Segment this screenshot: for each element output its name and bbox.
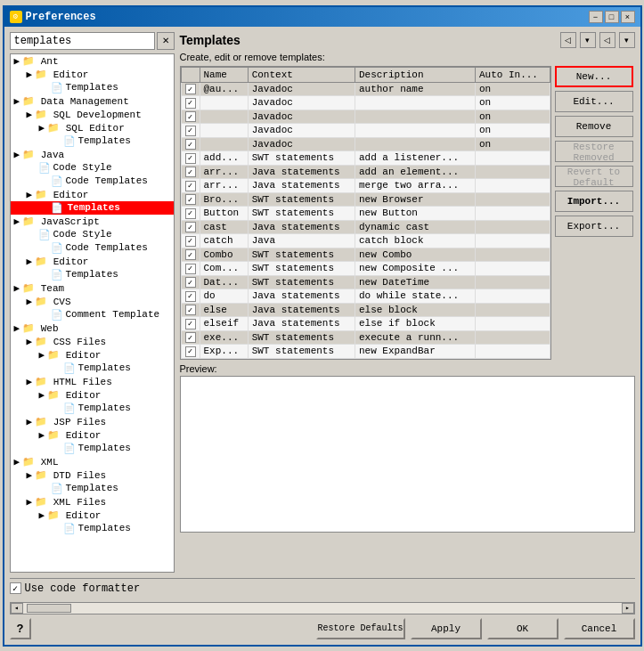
scrollbar-thumb[interactable] — [27, 604, 71, 613]
maximize-button[interactable]: □ — [605, 11, 619, 23]
tree-item-ant-editor-templates[interactable]: 📄Templates — [11, 81, 174, 94]
table-row[interactable]: ✓ add... SWT statements add a listener..… — [181, 151, 550, 166]
tree-item-javascript[interactable]: ▶📁 JavaScript — [11, 215, 174, 228]
row-checkbox[interactable]: ✓ — [181, 207, 200, 221]
row-checkbox[interactable]: ✓ — [181, 110, 200, 124]
tree-item-team[interactable]: ▶📁 Team — [11, 281, 174, 295]
row-checkbox[interactable]: ✓ — [181, 234, 200, 248]
tree-item-html-editor[interactable]: ▶📁 Editor — [11, 388, 174, 402]
scrollbar-track[interactable] — [23, 603, 622, 614]
cancel-button[interactable]: Cancel — [564, 618, 635, 639]
tree-item-css-editor-templates[interactable]: 📄Templates — [11, 362, 174, 375]
forward-button[interactable]: ◁ — [599, 32, 615, 48]
tree-item-js-editor-templates[interactable]: 📄Templates — [11, 268, 174, 281]
table-scroll[interactable]: Name Context Description Auto In... ✓ @a… — [181, 67, 550, 359]
minimize-button[interactable]: − — [589, 11, 603, 23]
table-row[interactable]: ✓ Javadoc on — [181, 96, 550, 110]
tree-item-dtd-editor-templates[interactable]: 📄Templates — [11, 482, 174, 495]
table-row[interactable]: ✓ Bro... SWT statements new Browser — [181, 192, 550, 207]
row-checkbox[interactable]: ✓ — [181, 220, 200, 234]
row-checkbox[interactable]: ✓ — [181, 137, 200, 151]
tree-item-code-templates[interactable]: 📄Code Templates — [11, 175, 174, 188]
restore-defaults-button[interactable]: Restore Defaults — [316, 618, 405, 639]
table-row[interactable]: ✓ @au... Javadoc author name on — [181, 82, 550, 96]
table-row[interactable]: ✓ Dat... SWT statements new DateTime — [181, 275, 550, 289]
table-row[interactable]: ✓ do Java statements do while state... — [181, 289, 550, 304]
horizontal-scrollbar[interactable]: ◂ ▸ — [10, 602, 635, 614]
row-checkbox[interactable]: ✓ — [181, 124, 200, 138]
table-row[interactable]: ✓ exe... SWT statements execute a runn..… — [181, 330, 550, 345]
col-autoinsert[interactable]: Auto In... — [475, 67, 550, 82]
scroll-right-button[interactable]: ▸ — [622, 603, 634, 614]
row-checkbox[interactable]: ✓ — [181, 317, 200, 331]
table-row[interactable]: ✓ cast Java statements dynamic cast — [181, 220, 550, 234]
tree-item-code-style[interactable]: 📄Code Style — [11, 161, 174, 175]
table-row[interactable]: ✓ Combo SWT statements new Combo — [181, 248, 550, 262]
row-checkbox[interactable]: ✓ — [181, 165, 200, 179]
table-row[interactable]: ✓ Javadoc on — [181, 124, 550, 138]
table-row[interactable]: ✓ arr... Java statements merge two arra.… — [181, 179, 550, 193]
table-row[interactable]: ✓ Exp... SWT statements new ExpandItem..… — [181, 358, 550, 359]
tree-item-java-editor-templates[interactable]: 📄Templates — [11, 201, 174, 215]
col-description[interactable]: Description — [355, 67, 475, 82]
tree-item-jsp-editor[interactable]: ▶📁 Editor — [11, 428, 174, 442]
search-clear-button[interactable]: ✕ — [157, 32, 175, 50]
remove-button[interactable]: Remove — [555, 116, 633, 137]
row-checkbox[interactable]: ✓ — [181, 275, 200, 289]
tree-item-dtd-files[interactable]: ▶📁 DTD Files — [11, 468, 174, 482]
row-checkbox[interactable]: ✓ — [181, 330, 200, 345]
table-row[interactable]: ✓ Javadoc on — [181, 110, 550, 124]
table-row[interactable]: ✓ elseif Java statements else if block — [181, 317, 550, 331]
export-button[interactable]: Export... — [555, 216, 633, 237]
table-row[interactable]: ✓ else Java statements else block — [181, 303, 550, 317]
row-checkbox[interactable]: ✓ — [181, 192, 200, 207]
tree-item-js-code-templates[interactable]: 📄Code Templates — [11, 241, 174, 255]
tree-item-web[interactable]: ▶📁 Web — [11, 321, 174, 335]
col-name[interactable]: Name — [200, 67, 248, 82]
scroll-left-button[interactable]: ◂ — [11, 603, 23, 614]
new-button[interactable]: New... — [555, 66, 633, 87]
tree-item-ant[interactable]: ▶📁 Ant — [11, 54, 174, 68]
table-row[interactable]: ✓ Exp... SWT statements new ExpandBar — [181, 345, 550, 359]
table-row[interactable]: ✓ arr... Java statements add an element.… — [181, 165, 550, 179]
tree-item-editor[interactable]: ▶📁 Editor — [11, 188, 174, 201]
revert-to-default-button[interactable]: Revert to Default — [555, 166, 633, 187]
row-checkbox[interactable]: ✓ — [181, 262, 200, 276]
tree-item-css-editor[interactable]: ▶📁 Editor — [11, 348, 174, 362]
preview-area[interactable] — [180, 376, 635, 533]
row-checkbox[interactable]: ✓ — [181, 96, 200, 110]
row-checkbox[interactable]: ✓ — [181, 289, 200, 304]
help-button[interactable]: ? — [10, 618, 31, 639]
tree-item-xml-files[interactable]: ▶📁 XML Files — [11, 495, 174, 509]
apply-button[interactable]: Apply — [411, 618, 482, 639]
tree-item-jsp-files[interactable]: ▶📁 JSP Files — [11, 415, 174, 428]
row-checkbox[interactable]: ✓ — [181, 345, 200, 359]
back-button[interactable]: ◁ — [560, 32, 576, 48]
tree-item-ant-editor[interactable]: ▶📁 Editor — [11, 68, 174, 81]
restore-removed-button[interactable]: Restore Removed — [555, 141, 633, 162]
tree-item-js-code-style[interactable]: 📄Code Style — [11, 228, 174, 241]
tree-item-sql-editor[interactable]: ▶📁 SQL Editor — [11, 121, 174, 134]
table-row[interactable]: ✓ Button SWT statements new Button — [181, 207, 550, 221]
tree-item-js-editor[interactable]: ▶📁 Editor — [11, 255, 174, 268]
tree-item-xml-editor[interactable]: ▶📁 Editor — [11, 509, 174, 522]
tree-item-css-files[interactable]: ▶📁 CSS Files — [11, 335, 174, 348]
tree-item-java[interactable]: ▶📁 Java — [11, 148, 174, 161]
tree-panel[interactable]: ▶📁 Ant▶📁 Editor📄Templates▶📁 Data Managem… — [10, 53, 175, 573]
tree-item-html-editor-templates[interactable]: 📄Templates — [11, 402, 174, 415]
tree-item-html-files[interactable]: ▶📁 HTML Files — [11, 375, 174, 388]
dropdown-button[interactable]: ▾ — [580, 32, 596, 48]
close-button[interactable]: × — [621, 11, 635, 23]
table-row[interactable]: ✓ Com... SWT statements new Composite ..… — [181, 262, 550, 276]
col-context[interactable]: Context — [248, 67, 355, 82]
ok-button[interactable]: OK — [487, 618, 558, 639]
tree-item-comment-template[interactable]: 📄Comment Template — [11, 308, 174, 321]
row-checkbox[interactable]: ✓ — [181, 248, 200, 262]
nav-menu-button[interactable]: ▾ — [619, 32, 635, 48]
row-checkbox[interactable]: ✓ — [181, 151, 200, 166]
row-checkbox[interactable]: ✓ — [181, 358, 200, 359]
import-button[interactable]: Import... — [555, 191, 633, 212]
tree-item-jsp-editor-templates[interactable]: 📄Templates — [11, 442, 174, 455]
tree-item-cvs[interactable]: ▶📁 CVS — [11, 295, 174, 308]
row-checkbox[interactable]: ✓ — [181, 82, 200, 96]
